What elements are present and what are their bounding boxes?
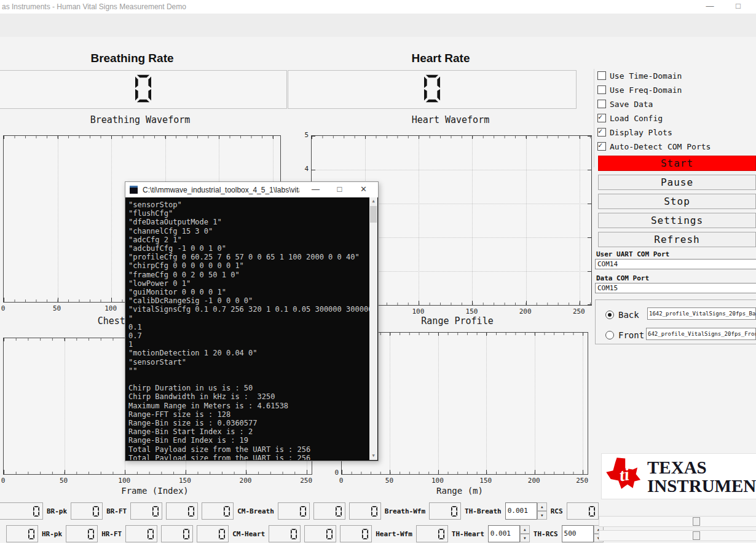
- gridline: [486, 333, 487, 474]
- x-tick-label: 150: [479, 477, 492, 485]
- console-maximize-icon[interactable]: □: [328, 182, 352, 197]
- led-indicator: [66, 525, 98, 542]
- checkbox-box[interactable]: [597, 71, 606, 80]
- console-scroll-thumb[interactable]: [370, 206, 377, 223]
- gridline: [390, 333, 390, 474]
- x-tick: [535, 333, 535, 336]
- spinner-field[interactable]: 0.001▲▼: [505, 502, 547, 520]
- start-button[interactable]: Start: [598, 156, 756, 171]
- console-line: Chirp Duration in us is : 50: [128, 384, 369, 392]
- checkbox-box[interactable]: ✓: [597, 114, 606, 122]
- checkbox-load-config[interactable]: ✓Load Config: [597, 113, 663, 124]
- radio-back[interactable]: Back: [605, 310, 639, 320]
- refresh-button[interactable]: Refresh: [598, 232, 756, 247]
- x-tick: [438, 470, 439, 474]
- field-label-hr-ft: HR-FT: [101, 530, 122, 538]
- minor-ticks: [312, 136, 591, 138]
- checkbox-display-plots[interactable]: ✓Display Plots: [597, 127, 672, 138]
- trackbar-thumb[interactable]: [693, 531, 700, 540]
- led-indicator: [71, 502, 103, 520]
- checkbox-box[interactable]: [597, 100, 606, 108]
- gridline: [583, 333, 583, 474]
- x-tick-label: 100: [412, 307, 424, 315]
- radio-front[interactable]: Front: [605, 330, 644, 340]
- spinner-up-icon[interactable]: ▲: [520, 525, 530, 534]
- checkbox-box[interactable]: [597, 85, 606, 94]
- x-tick: [219, 136, 219, 139]
- uart-com-port-label: User UART COM Port: [596, 250, 669, 258]
- spinner-value[interactable]: 0.001: [488, 525, 520, 542]
- console-title-bar[interactable]: C:\ti\mmwave_industrial_toolbox_4_5_1\la…: [125, 182, 378, 197]
- led-indicator: [202, 502, 234, 520]
- console-line: 1: [128, 340, 369, 349]
- maximize-button-icon[interactable]: □: [729, 0, 747, 14]
- spinner-down-icon[interactable]: ▼: [537, 511, 547, 520]
- console-line: "": [128, 367, 369, 375]
- console-minimize-icon[interactable]: —: [304, 182, 328, 197]
- breathing-rate-display: [0, 70, 287, 109]
- stop-button[interactable]: Stop: [598, 194, 756, 209]
- profile-back-field[interactable]: 1642_profile_VitalSigns_20fps_Bac: [647, 307, 756, 320]
- minimize-button-icon[interactable]: —: [701, 0, 719, 14]
- console-line: "adcCfg 2 1": [128, 236, 369, 244]
- console-scroll-up-icon[interactable]: ▲: [369, 197, 377, 205]
- gridline: [438, 333, 439, 474]
- chart-title-breathing-waveform: Breathing Waveform: [90, 114, 191, 125]
- y-tick: [588, 170, 591, 170]
- x-tick: [4, 338, 4, 341]
- console-line: "lowPower 0 1": [128, 279, 369, 288]
- spinner-value[interactable]: 500: [562, 525, 594, 542]
- checkbox-label: Save Data: [610, 100, 653, 109]
- checkbox-label: Auto-Detect COM Ports: [610, 142, 711, 151]
- spinner-value[interactable]: 0.001: [505, 502, 537, 520]
- radio-back-circle[interactable]: [605, 311, 614, 319]
- profile-front-field[interactable]: 642_profile_VitalSigns_20fps_Fron: [646, 328, 756, 340]
- console-scroll-down-icon[interactable]: ▼: [369, 452, 377, 460]
- console-close-icon[interactable]: ✕: [352, 182, 376, 197]
- checkbox-use-time-domain[interactable]: Use Time-Domain: [597, 70, 682, 81]
- pause-button[interactable]: Pause: [598, 175, 756, 190]
- radio-back-dot: [608, 313, 612, 317]
- spinner-field[interactable]: 0.001▲▼: [488, 525, 530, 542]
- checkbox-label: Use Time-Domain: [610, 71, 682, 81]
- led-indicator: [313, 502, 345, 520]
- trackbar-2[interactable]: [599, 530, 756, 541]
- checkbox-save-data[interactable]: Save Data: [597, 98, 653, 109]
- trackbar-1[interactable]: [599, 516, 756, 527]
- checkbox-box[interactable]: ✓: [597, 128, 606, 137]
- console-scrollbar[interactable]: ▲ ▼: [369, 197, 377, 460]
- x-tick: [472, 136, 473, 139]
- chart-title-heart-waveform: Heart Waveform: [412, 114, 489, 125]
- y-tick: [588, 136, 591, 137]
- x-tick-label: 0: [1, 477, 6, 485]
- svg-text:ti: ti: [618, 464, 631, 485]
- data-com-port-field[interactable]: COM15: [595, 283, 756, 293]
- led-indicator: [340, 525, 372, 542]
- checkbox-auto-detect-com-ports[interactable]: ✓Auto-Detect COM Ports: [597, 141, 711, 152]
- field-label-br-pk: BR-pk: [47, 507, 67, 515]
- field-label-cm-breath: CM-Breath: [237, 507, 274, 515]
- x-tick: [58, 298, 58, 302]
- trackbar-thumb[interactable]: [693, 517, 700, 526]
- console-line: Range-Bin size is : 0.0360577: [128, 419, 369, 427]
- checkbox-box[interactable]: ✓: [597, 142, 606, 151]
- y-tick: [588, 271, 591, 272]
- x-tick: [419, 136, 419, 139]
- spinner-down-icon[interactable]: ▼: [520, 534, 530, 542]
- uart-com-port-field[interactable]: COM14: [595, 259, 756, 269]
- led-indicator: [429, 502, 461, 520]
- spinner-field[interactable]: 500▲▼: [562, 525, 604, 542]
- checkbox-use-freq-domain[interactable]: Use Freq-Domain: [597, 84, 682, 95]
- spinner-up-icon[interactable]: ▲: [537, 502, 547, 511]
- console-title: C:\ti\mmwave_industrial_toolbox_4_5_1\la…: [143, 186, 299, 194]
- led-indicator: [349, 502, 381, 520]
- x-tick: [65, 338, 65, 341]
- console-line: Chirp Bandwidth in kHz is : 3250: [128, 392, 369, 401]
- console-output: "sensorStop""flushCfg""dfeDataOutputMode…: [126, 197, 369, 460]
- radio-front-circle[interactable]: [605, 331, 614, 339]
- x-tick: [65, 470, 65, 474]
- settings-button[interactable]: Settings: [598, 213, 756, 228]
- console-line: "motionDetection 1 20 0.04 0": [128, 349, 369, 357]
- x-tick: [526, 136, 527, 139]
- checkbox-label: Load Config: [610, 114, 663, 123]
